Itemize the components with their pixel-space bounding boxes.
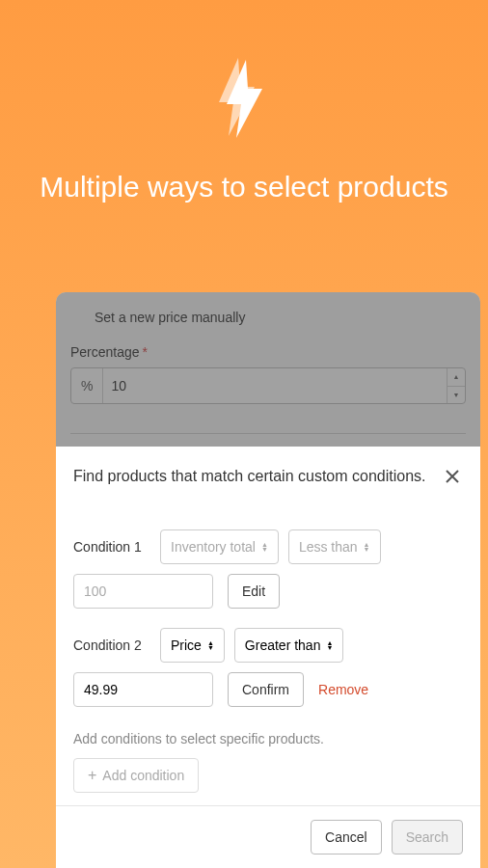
select-arrows-icon: ▲▼ [326,640,333,650]
select-arrows-icon: ▲▼ [261,542,268,552]
close-button[interactable] [442,466,463,491]
help-text: Add conditions to select specific produc… [73,731,463,746]
condition-2-operator-select[interactable]: Greater than ▲▼ [234,628,344,663]
cancel-button[interactable]: Cancel [311,820,382,854]
conditions-modal: Find products that match certain custom … [56,447,480,868]
add-condition-button[interactable]: + Add condition [73,758,199,793]
search-button[interactable]: Search [392,820,463,854]
hero-section: Multiple ways to select products [0,0,488,205]
modal-header: Find products that match certain custom … [56,447,480,505]
condition-1-value-input[interactable] [73,574,213,609]
condition-1-field-select[interactable]: Inventory total ▲▼ [160,529,279,564]
confirm-button[interactable]: Confirm [228,672,304,707]
condition-1-row: Condition 1 Inventory total ▲▼ Less than… [73,529,463,564]
app-panel: Set a new price manually Percentage* % ▲… [56,292,480,868]
plus-icon: + [88,767,96,784]
edit-button[interactable]: Edit [228,574,280,609]
select-arrows-icon: ▲▼ [207,640,214,650]
modal-body: Condition 1 Inventory total ▲▼ Less than… [56,505,480,805]
condition-2-value-input[interactable] [73,672,213,707]
close-icon [444,468,461,485]
remove-link[interactable]: Remove [318,682,368,697]
condition-2-value-row: Confirm Remove [73,672,463,707]
hero-title: Multiple ways to select products [1,168,487,205]
condition-1-value-row: Edit [73,574,463,609]
modal-title: Find products that match certain custom … [73,466,430,487]
select-arrows-icon: ▲▼ [364,542,370,552]
condition-1-operator-select[interactable]: Less than ▲▼ [288,529,381,564]
condition-2-field-select[interactable]: Price ▲▼ [160,628,225,663]
bolt-icon [215,58,273,168]
condition-label: Condition 2 [73,637,150,653]
condition-label: Condition 1 [73,539,150,555]
modal-footer: Cancel Search [56,805,480,868]
condition-2-row: Condition 2 Price ▲▼ Greater than ▲▼ [73,628,463,663]
